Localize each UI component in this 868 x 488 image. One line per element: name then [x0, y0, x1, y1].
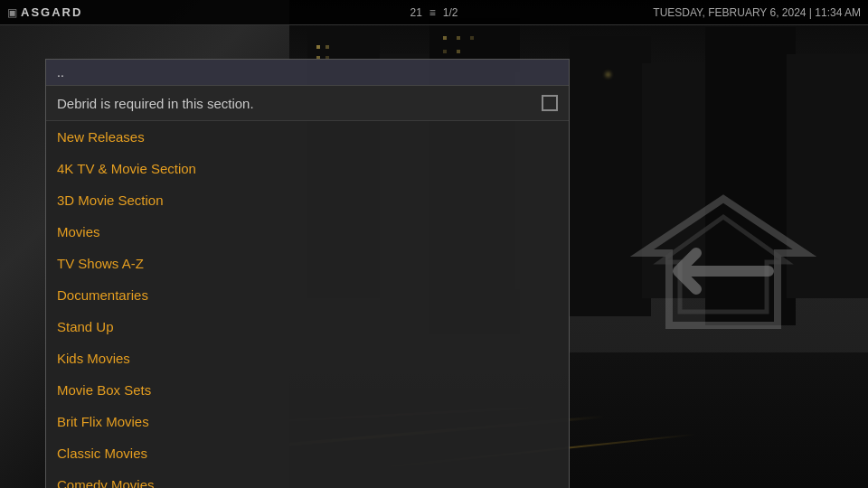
logo-icon: ▣: [7, 6, 17, 19]
item-label: Stand Up: [57, 319, 114, 334]
list-item[interactable]: 4K TV & Movie Section: [46, 153, 569, 184]
item-label: Movie Box Sets: [57, 382, 151, 398]
back-item[interactable]: ..: [46, 60, 569, 86]
list-item-comedy-movies[interactable]: Comedy Movies: [46, 469, 569, 488]
back-label: ..: [57, 65, 64, 80]
list-item[interactable]: Kids Movies: [46, 343, 569, 374]
list-panel: .. Debrid is required in this section. N…: [45, 59, 570, 488]
list-item[interactable]: Stand Up: [46, 311, 569, 343]
list-item[interactable]: Movie Box Sets: [46, 374, 569, 406]
item-label: 3D Movie Section: [57, 192, 164, 208]
list-item[interactable]: Movies: [46, 216, 569, 248]
item-label: Movies: [57, 224, 100, 239]
page-indicator: 1/2: [443, 6, 458, 19]
topbar: ▣ ASGARD 21 ≡ 1/2 TUESDAY, FEBRUARY 6, 2…: [0, 0, 868, 25]
warning-text: Debrid is required in this section.: [57, 96, 254, 111]
item-label: Documentaries: [57, 287, 148, 303]
list-item[interactable]: TV Shows A-Z: [46, 248, 569, 279]
list-item[interactable]: New Releases: [46, 121, 569, 153]
episode-number: 21: [410, 6, 421, 19]
item-label: TV Shows A-Z: [57, 256, 144, 271]
list-icon: ≡: [429, 6, 436, 19]
list-item[interactable]: Brit Flix Movies: [46, 406, 569, 437]
warning-checkbox[interactable]: [542, 95, 558, 111]
topbar-center: 21 ≡ 1/2: [410, 6, 458, 19]
item-label: New Releases: [57, 129, 145, 145]
datetime: TUESDAY, FEBRUARY 6, 2024 | 11:34 AM: [653, 6, 861, 19]
logo: ▣ ASGARD: [7, 5, 82, 19]
item-label: Kids Movies: [57, 351, 130, 366]
item-label: 4K TV & Movie Section: [57, 161, 196, 176]
item-label: Comedy Movies: [57, 477, 155, 488]
item-label: Classic Movies: [57, 446, 147, 461]
list-item[interactable]: Documentaries: [46, 279, 569, 311]
item-label: Brit Flix Movies: [57, 414, 149, 429]
topbar-right: TUESDAY, FEBRUARY 6, 2024 | 11:34 AM: [653, 6, 861, 19]
list-item-classic-movies[interactable]: Classic Movies: [46, 437, 569, 469]
warning-item: Debrid is required in this section.: [46, 86, 569, 121]
logo-text: ASGARD: [21, 5, 82, 19]
list-item[interactable]: 3D Movie Section: [46, 184, 569, 216]
